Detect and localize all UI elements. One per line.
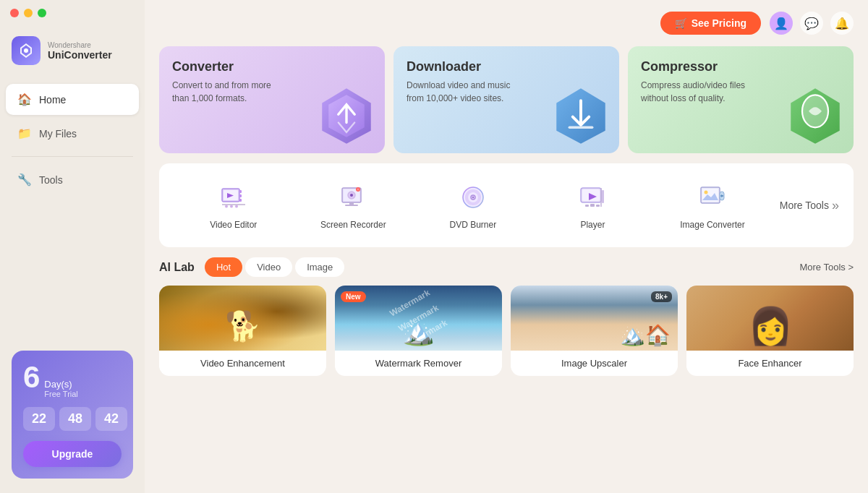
- watermark-new-badge: New: [341, 291, 366, 302]
- video-enhancement-bg: [159, 286, 326, 351]
- downloader-title: Downloader: [407, 59, 606, 74]
- svg-rect-35: [596, 205, 600, 207]
- countdown-minutes: 48: [59, 407, 91, 431]
- trial-sub-label: Free Trial: [44, 390, 77, 398]
- more-tools-button[interactable]: More Tools »: [773, 198, 839, 213]
- trial-labels: Day(s) Free Trial: [44, 379, 77, 398]
- tab-image[interactable]: Image: [295, 257, 344, 277]
- sidebar-item-my-files[interactable]: 📁 My Files: [6, 118, 139, 149]
- traffic-lights: [10, 9, 46, 17]
- tools-icon: 🔧: [17, 173, 32, 187]
- compressor-card[interactable]: Compressor Compress audio/video files wi…: [628, 46, 854, 153]
- svg-point-16: [235, 205, 238, 208]
- svg-point-20: [350, 194, 353, 197]
- header-icons: 👤 💬 🔔: [770, 12, 854, 35]
- notifications-button[interactable]: 🔔: [830, 12, 854, 35]
- converter-icon: [314, 80, 379, 153]
- trial-days-label: Day(s): [44, 379, 77, 390]
- svg-point-0: [24, 48, 28, 53]
- trial-number: 6: [23, 362, 40, 393]
- screen-recorder-label: Screen Recorder: [320, 220, 386, 230]
- downloader-card[interactable]: Downloader Download video and music from…: [393, 46, 619, 153]
- more-tools-label: More Tools: [780, 200, 829, 211]
- tool-image-converter[interactable]: Image Converter: [652, 175, 773, 236]
- avatar-icon: 👤: [774, 17, 788, 30]
- chevron-right-icon: »: [832, 198, 839, 213]
- compressor-icon: [783, 80, 848, 153]
- face-enhancer-image: [686, 286, 854, 351]
- upscaler-8k-badge: 8k+: [651, 291, 672, 302]
- tools-label: Tools: [39, 174, 63, 186]
- sidebar-item-tools[interactable]: 🔧 Tools: [6, 164, 139, 195]
- compressor-title: Compressor: [641, 59, 841, 74]
- image-upscaler-label: Image Upscaler: [511, 351, 678, 376]
- svg-rect-33: [585, 205, 589, 207]
- avatar-button[interactable]: 👤: [770, 12, 793, 35]
- ai-lab-tabs: Hot Video Image: [205, 257, 344, 277]
- bell-icon: 🔔: [835, 17, 849, 30]
- tools-row: Video Editor Screen Recorder: [159, 163, 854, 247]
- svg-point-40: [704, 191, 707, 194]
- main-content: 🛒 See Pricing 👤 💬 🔔 Converter Convert to…: [145, 0, 868, 493]
- ai-card-video-enhancement[interactable]: Video Enhancement: [159, 286, 326, 376]
- ai-lab-title: AI Lab: [159, 261, 195, 274]
- tool-player[interactable]: Player: [533, 175, 653, 236]
- watermark-remover-label: Watermark Remover: [335, 351, 502, 376]
- tab-hot[interactable]: Hot: [205, 257, 242, 277]
- downloader-icon: [548, 80, 613, 153]
- ai-card-face-enhancer[interactable]: Face Enhancer: [686, 286, 854, 376]
- message-icon: 💬: [804, 17, 819, 30]
- video-editor-label: Video Editor: [210, 220, 257, 230]
- cart-icon: 🛒: [675, 17, 687, 29]
- player-icon: [576, 181, 609, 214]
- trial-countdown: 22 48 42: [23, 407, 122, 431]
- home-label: Home: [39, 94, 66, 106]
- video-enhancement-image: [159, 286, 326, 351]
- image-upscaler-image: 8k+: [511, 286, 678, 351]
- converter-title: Converter: [172, 59, 372, 74]
- tool-screen-recorder[interactable]: Screen Recorder: [294, 175, 414, 236]
- countdown-hours: 22: [23, 407, 55, 431]
- see-pricing-label: See Pricing: [692, 17, 746, 29]
- dvd-burner-icon: [456, 181, 490, 214]
- svg-rect-12: [239, 199, 242, 202]
- svg-rect-10: [239, 190, 242, 193]
- player-label: Player: [580, 220, 605, 230]
- ai-card-image-upscaler[interactable]: 8k+ Image Upscaler: [511, 286, 678, 376]
- video-enhancement-label: Video Enhancement: [159, 351, 326, 376]
- tool-dvd-burner[interactable]: DVD Burner: [413, 175, 533, 236]
- close-button[interactable]: [10, 9, 19, 17]
- ai-more-tools-button[interactable]: More Tools >: [799, 262, 854, 273]
- ai-lab-header: AI Lab Hot Video Image More Tools >: [159, 257, 854, 277]
- nav-divider: [12, 156, 133, 157]
- files-icon: 📁: [17, 127, 32, 140]
- sidebar-item-home[interactable]: 🏠 Home: [6, 84, 139, 115]
- dvd-burner-label: DVD Burner: [450, 220, 497, 230]
- messages-button[interactable]: 💬: [800, 12, 823, 35]
- upgrade-button[interactable]: Upgrade: [23, 441, 122, 467]
- converter-card[interactable]: Converter Convert to and from more than …: [159, 46, 385, 153]
- trial-days: 6 Day(s) Free Trial: [23, 362, 122, 398]
- minimize-button[interactable]: [24, 9, 33, 17]
- downloader-desc: Download video and music from 10,000+ vi…: [407, 79, 522, 105]
- see-pricing-button[interactable]: 🛒 See Pricing: [660, 12, 761, 35]
- image-converter-icon: [696, 181, 729, 214]
- svg-rect-34: [590, 204, 595, 207]
- logo-icon: [12, 36, 41, 65]
- product-name: UniConverter: [48, 49, 112, 61]
- maximize-button[interactable]: [38, 9, 46, 17]
- tab-video[interactable]: Video: [245, 257, 292, 277]
- face-enhancer-label: Face Enhancer: [686, 351, 854, 376]
- compressor-desc: Compress audio/video files without loss …: [641, 79, 757, 105]
- face-enhancer-bg: [686, 286, 854, 351]
- header: 🛒 See Pricing 👤 💬 🔔: [159, 12, 854, 35]
- my-files-label: My Files: [39, 128, 77, 140]
- sidebar-logo: Wondershare UniConverter: [0, 29, 145, 82]
- image-converter-label: Image Converter: [680, 220, 744, 230]
- video-editor-icon: [217, 181, 250, 214]
- home-icon: 🏠: [17, 93, 32, 106]
- screen-recorder-icon: [336, 181, 370, 214]
- ai-cards: Video Enhancement New Watermark Remover …: [159, 286, 854, 376]
- tool-video-editor[interactable]: Video Editor: [174, 175, 294, 236]
- ai-card-watermark-remover[interactable]: New Watermark Remover: [335, 286, 502, 376]
